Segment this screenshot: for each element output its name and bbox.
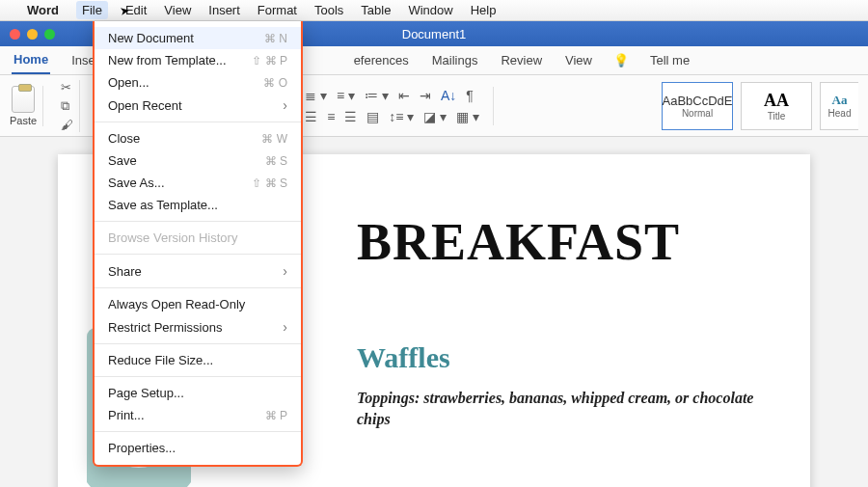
shading-icon[interactable]: ◪ ▾: [423, 109, 447, 124]
menu-item-label: Properties...: [108, 441, 176, 455]
menu-item-label: Always Open Read-Only: [108, 297, 245, 311]
menu-item-shortcut: ⌘ N: [264, 32, 287, 45]
file-menu-item[interactable]: Reduce File Size...: [95, 349, 301, 371]
copy-icon[interactable]: ⧉: [61, 98, 73, 114]
numbering-icon[interactable]: ≡ ▾: [337, 88, 355, 103]
window-controls: [0, 29, 55, 40]
file-menu-item[interactable]: Open Recent: [95, 94, 301, 117]
tab-review[interactable]: Review: [499, 53, 544, 68]
tab-view[interactable]: View: [563, 53, 594, 68]
style-title[interactable]: AA Title: [741, 82, 812, 130]
tab-mailings[interactable]: Mailings: [430, 53, 480, 68]
line-spacing-icon[interactable]: ↕≡ ▾: [389, 109, 414, 124]
style-normal[interactable]: AaBbCcDdE Normal: [662, 82, 733, 130]
paste-group: Paste: [10, 86, 43, 126]
style-sample: Aa: [832, 93, 848, 108]
menu-item-label: New Document: [108, 31, 194, 45]
file-menu-item[interactable]: Properties...: [95, 437, 301, 459]
multilevel-list-icon[interactable]: ≔ ▾: [365, 88, 389, 103]
menu-item-shortcut: ⇧ ⌘ S: [252, 176, 287, 190]
justify-icon[interactable]: ▤: [366, 109, 379, 124]
decrease-indent-icon[interactable]: ⇤: [398, 88, 410, 103]
menu-item-label: Page Setup...: [108, 386, 184, 400]
menu-help[interactable]: Help: [471, 3, 497, 17]
align-center-icon[interactable]: ≡: [327, 109, 335, 124]
menu-item-shortcut: ⌘ S: [265, 154, 287, 168]
file-menu-item[interactable]: Always Open Read-Only: [95, 293, 301, 315]
cut-icon[interactable]: ✂︎: [61, 80, 73, 95]
file-menu-item[interactable]: New Document⌘ N: [95, 27, 301, 49]
doc-subheading-waffles: Waffles: [357, 341, 772, 374]
file-dropdown-menu: New Document⌘ NNew from Template...⇧ ⌘ P…: [93, 21, 303, 467]
bullets-icon[interactable]: ≣ ▾: [305, 88, 327, 103]
format-painter-icon[interactable]: 🖌: [61, 118, 73, 132]
menu-item-label: Save: [108, 153, 137, 168]
style-heading[interactable]: Aa Head: [820, 82, 858, 130]
file-menu-item[interactable]: Print...⌘ P: [95, 404, 301, 426]
menu-window[interactable]: Window: [408, 3, 452, 17]
clipboard-icon[interactable]: [12, 86, 35, 113]
tab-home[interactable]: Home: [12, 52, 50, 74]
menu-item-label: Share: [108, 264, 142, 279]
menu-tools[interactable]: Tools: [314, 3, 343, 17]
style-sample: AaBbCcDdE: [663, 94, 733, 108]
file-menu-item[interactable]: Share: [95, 259, 301, 283]
menu-item-label: Close: [108, 131, 140, 146]
file-menu-item[interactable]: Save⌘ S: [95, 149, 301, 172]
style-label: Head: [828, 108, 852, 119]
menu-item-label: Restrict Permissions: [108, 320, 222, 335]
menu-item-shortcut: ⌘ W: [261, 132, 287, 146]
align-right-icon[interactable]: ☰: [344, 109, 357, 124]
doc-toppings-text: Toppings: strawberries, bananas, whipped…: [357, 388, 762, 431]
file-menu-item[interactable]: Page Setup...: [95, 382, 301, 404]
menu-item-shortcut: ⇧ ⌘ P: [252, 54, 287, 68]
style-label: Normal: [682, 108, 713, 119]
menu-item-label: Save as Template...: [108, 198, 218, 212]
styles-gallery: AaBbCcDdE Normal AA Title Aa Head: [662, 82, 858, 130]
file-menu-item[interactable]: Close⌘ W: [95, 127, 301, 149]
file-menu-item: Browse Version History: [95, 227, 301, 249]
file-menu-item[interactable]: Save as Template...: [95, 194, 301, 216]
sort-icon[interactable]: A↓: [441, 88, 456, 103]
paste-label: Paste: [10, 115, 37, 126]
style-sample: AA: [764, 91, 789, 111]
file-menu-item[interactable]: Open...⌘ O: [95, 71, 301, 94]
menu-item-shortcut: ⌘ O: [263, 76, 287, 90]
doc-heading-breakfast: BREAKFAST: [357, 212, 772, 272]
minimize-window-button[interactable]: [27, 29, 38, 40]
menu-item-label: Open Recent: [108, 98, 182, 113]
lightbulb-icon: 💡: [613, 53, 629, 68]
borders-icon[interactable]: ▦ ▾: [456, 109, 479, 124]
clipboard-mini: ✂︎ ⧉ 🖌: [55, 80, 80, 132]
increase-indent-icon[interactable]: ⇥: [420, 88, 431, 103]
macos-menubar: Word File Edit View Insert Format Tools …: [0, 0, 868, 21]
pilcrow-icon[interactable]: ¶: [466, 88, 474, 103]
menu-format[interactable]: Format: [258, 3, 297, 17]
style-label: Title: [768, 111, 786, 122]
menu-file[interactable]: File: [76, 1, 108, 19]
file-menu-item[interactable]: Save As...⇧ ⌘ S: [95, 172, 301, 194]
close-window-button[interactable]: [10, 29, 20, 40]
menu-item-label: Save As...: [108, 176, 165, 190]
menu-item-label: Reduce File Size...: [108, 353, 213, 367]
align-left-icon[interactable]: ☰: [305, 109, 317, 124]
tell-me-search[interactable]: Tell me: [648, 53, 692, 68]
menu-item-label: Browse Version History: [108, 230, 237, 245]
tab-references-partial[interactable]: eferences: [352, 53, 411, 68]
menu-item-label: New from Template...: [108, 53, 227, 68]
menu-table[interactable]: Table: [361, 3, 391, 17]
menu-app-name[interactable]: Word: [27, 3, 59, 17]
file-menu-item[interactable]: New from Template...⇧ ⌘ P: [95, 49, 301, 71]
file-menu-item[interactable]: Restrict Permissions: [95, 315, 301, 338]
menu-item-shortcut: ⌘ P: [265, 409, 287, 422]
menu-view[interactable]: View: [164, 3, 191, 17]
menu-item-label: Open...: [108, 75, 149, 90]
zoom-window-button[interactable]: [44, 29, 55, 40]
menu-item-label: Print...: [108, 408, 145, 422]
menu-insert[interactable]: Insert: [208, 3, 240, 17]
